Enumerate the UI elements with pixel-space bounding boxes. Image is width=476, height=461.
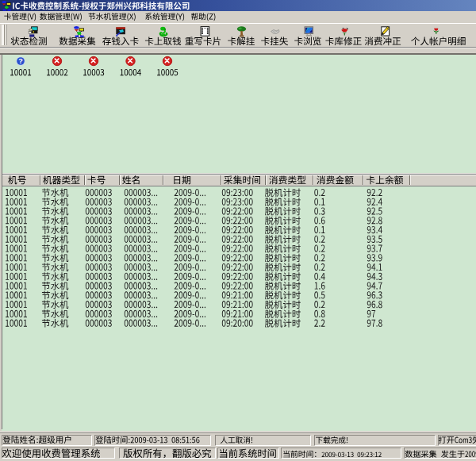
svg-text:?: ? — [18, 57, 23, 65]
